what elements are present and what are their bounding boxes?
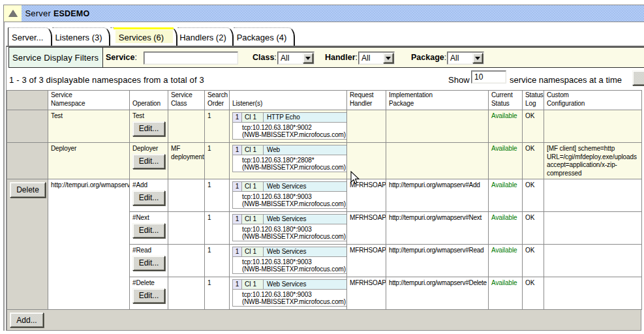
status-log-cell: OK: [523, 277, 544, 310]
active-tab-stripe: [114, 27, 174, 29]
current-status-cell: Available: [489, 212, 523, 245]
implementation-package-cell: http://tempuri.org/wmapserv#Add: [386, 179, 489, 212]
edit-service-button[interactable]: Edit...: [132, 223, 165, 238]
operation-cell: #ReadEdit...: [130, 245, 168, 277]
service-class-cell: [168, 179, 205, 212]
handler-filter-select[interactable]: All: [358, 52, 395, 65]
listener-box: 1CI 1Web Servicestcp:10.120.63.180*:9003…: [232, 247, 347, 274]
collapse-triangle-icon[interactable]: [8, 10, 18, 17]
package-filter-select[interactable]: All: [447, 52, 484, 65]
implementation-package-cell: http://tempuri.org/wmapserv#Next: [386, 212, 489, 245]
listener-index: 1: [233, 247, 242, 256]
listener-index: 1: [233, 182, 242, 191]
edit-service-button[interactable]: Edit...: [132, 121, 165, 136]
search-order-cell: 1: [205, 110, 230, 143]
column-header-implementation-package: ImplementationPackage: [386, 91, 489, 110]
edit-service-button[interactable]: Edit...: [132, 154, 165, 169]
column-header-listener(s): Listener(s): [230, 91, 347, 110]
custom-configuration-cell: [544, 179, 642, 212]
action-cell: [7, 110, 48, 143]
service-filter-input[interactable]: [144, 52, 238, 65]
service-class-cell: [168, 245, 205, 277]
namespace-cell: http://tempuri.org/wmapserv: [48, 179, 130, 310]
current-status-cell: Available: [489, 277, 523, 310]
package-filter-label: Package:: [411, 53, 446, 62]
implementation-package-cell: [386, 143, 489, 179]
column-header-service-namespace: ServiceNamespace: [48, 91, 130, 110]
server-header-bar: Server ESDEMO: [3, 5, 644, 22]
operation-label: Deployer: [132, 145, 166, 153]
implementation-package-cell: http://tempuri.org/wmapserv#Delete: [386, 277, 489, 310]
class-filter-dropdown-button[interactable]: [303, 53, 313, 63]
listener-host: (NWB-MBISSETXP.microfocus.com): [242, 266, 346, 273]
listener-address: tcp:10.120.63.180*:9002: [242, 124, 346, 132]
implementation-package-cell: http://tempuri.org/wmapserv#Read: [386, 245, 489, 277]
request-handler-cell: [347, 110, 386, 143]
filter-bar-title-label: Service Display Filters: [12, 53, 99, 63]
delete-namespace-button[interactable]: Delete: [10, 182, 46, 198]
listener-host: (NWB-MBISSETXP.microfocus.com): [242, 298, 346, 306]
column-header-current-status: CurrentStatus: [489, 91, 523, 110]
show-count-input[interactable]: 10: [471, 70, 506, 84]
operation-label: #Add: [132, 181, 166, 190]
class-filter-select[interactable]: All: [277, 52, 314, 65]
request-handler-cell: MFRHSOAP: [347, 212, 386, 245]
tab-services[interactable]: Services (6): [110, 27, 177, 46]
listener-box: 1CI 1HTTP Echotcp:10.120.63.180*:9002(NW…: [232, 112, 347, 140]
listener-index: 1: [233, 215, 242, 224]
edit-service-button[interactable]: Edit...: [132, 256, 165, 271]
service-class-cell: [168, 212, 205, 245]
listener-conversation: CI 1: [242, 145, 264, 155]
edit-service-button[interactable]: Edit...: [132, 190, 165, 205]
listener-box: 1CI 1Web Servicestcp:10.120.63.180*:9003…: [232, 279, 347, 307]
mouse-cursor: [350, 171, 360, 185]
show-unit-label: service namespaces at a time: [510, 75, 622, 85]
add-service-button[interactable]: Add...: [10, 312, 44, 327]
listener-index: 1: [233, 113, 242, 122]
listener-box: 1CI 1Web Servicestcp:10.120.63.180*:9003…: [232, 181, 347, 209]
listener-address: tcp:10.120.63.180*:9003: [242, 226, 346, 234]
class-filter-label: Class:: [253, 53, 277, 62]
status-log-cell: OK: [523, 110, 544, 143]
column-header-custom-configuration: CustomConfiguration: [544, 91, 642, 110]
status-log-cell: OK: [523, 212, 544, 245]
custom-configuration-cell: [544, 212, 642, 245]
service-class-cell: MF deployment: [168, 143, 205, 179]
custom-configuration-cell: [544, 277, 642, 310]
collapse-cell[interactable]: [4, 5, 22, 22]
tab-server[interactable]: Server...: [8, 27, 53, 46]
chevron-down-icon: [475, 57, 480, 60]
listener-box: 1CI 1Web Servicestcp:10.120.63.180*:9003…: [232, 214, 347, 241]
listener-index: 1: [233, 145, 242, 155]
chevron-down-icon: [386, 57, 391, 60]
page-left-border: [3, 5, 5, 331]
operation-cell: #DeleteEdit...: [130, 277, 168, 310]
service-row-deployer: DeployerDeployerEdit...MF deployment11CI…: [7, 143, 642, 179]
tab-handlers[interactable]: Handlers (2): [177, 27, 234, 46]
column-header-status-log: StatusLog: [523, 91, 544, 110]
refresh-button[interactable]: [632, 70, 644, 85]
handler-filter-dropdown-button[interactable]: [383, 53, 393, 63]
listener-endpoint: tcp:10.120.63.180*:2808*(NWB-MBISSETXP.m…: [233, 155, 346, 173]
listener-conversation: CI 1: [242, 182, 264, 191]
edit-service-button[interactable]: Edit...: [132, 288, 165, 303]
listener-host: (NWB-MBISSETXP.microfocus.com): [242, 164, 346, 172]
current-status-cell: Available: [489, 143, 523, 179]
listener-cell: 1CI 1Web Servicestcp:10.120.63.180*:9003…: [230, 179, 347, 212]
search-order-cell: 1: [205, 277, 230, 310]
current-status-cell: Available: [489, 245, 523, 277]
namespace-cell: Test: [48, 110, 130, 143]
service-filter-label: Service:: [106, 53, 137, 62]
action-cell: [7, 143, 48, 179]
tab-packages[interactable]: Packages (4): [234, 27, 295, 46]
package-filter-dropdown-button[interactable]: [472, 53, 483, 63]
tab-listeners[interactable]: Listeners (3): [52, 27, 110, 46]
listener-conversation: CI 1: [242, 113, 264, 122]
status-log-cell: OK: [523, 143, 544, 179]
listener-name: Web: [264, 145, 346, 155]
listener-conversation: CI 1: [242, 247, 264, 256]
tab-label: Services (6): [119, 33, 164, 42]
listener-box: 1CI 1Webtcp:10.120.63.180*:2808*(NWB-MBI…: [232, 145, 347, 172]
class-filter-value: All: [278, 52, 303, 64]
listener-cell: 1CI 1Web Servicestcp:10.120.63.180*:9003…: [230, 277, 347, 310]
